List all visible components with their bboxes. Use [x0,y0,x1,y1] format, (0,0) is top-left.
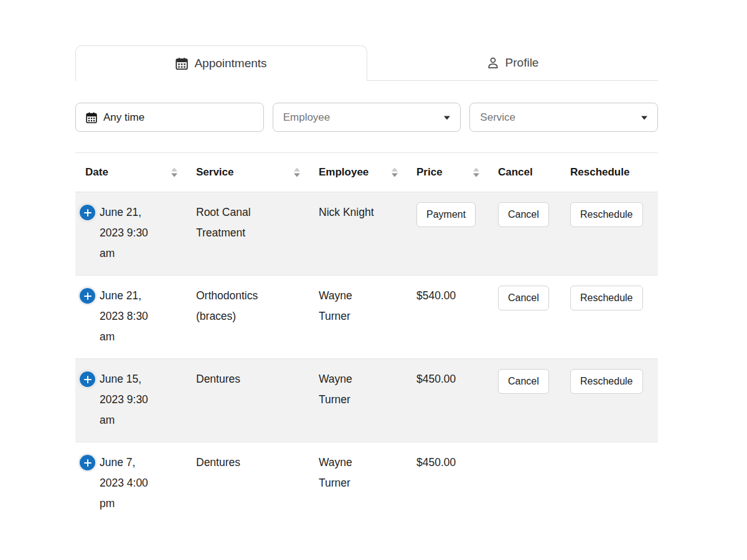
expand-row-button[interactable] [80,371,95,387]
sort-arrows-icon [473,168,479,177]
caret-down-icon [641,116,647,119]
expand-row-button[interactable] [80,455,95,470]
person-icon [487,57,499,69]
appointment-date: June 15, 2023 9:30 am [100,369,159,431]
caret-down-icon [444,116,450,119]
employee-select-placeholder: Employee [283,111,331,124]
appointment-date: June 21, 2023 8:30 am [100,286,159,347]
tab-bar: Appointments Profile [75,45,658,81]
appointment-service: Root Canal Treatment [196,202,266,243]
column-header-employee[interactable]: Employee [309,153,406,192]
table-row: June 21, 2023 9:30 am Root Canal Treatme… [75,192,658,276]
appointment-date: June 21, 2023 9:30 am [100,202,159,264]
appointment-service: Dentures [196,452,240,473]
reschedule-button[interactable]: Reschedule [570,202,643,227]
appointment-service: Orthodontics (braces) [196,286,266,327]
column-header-service[interactable]: Service [186,153,309,192]
tab-appointments[interactable]: Appointments [75,45,367,81]
expand-row-button[interactable] [80,288,95,304]
tab-appointments-label: Appointments [194,57,266,70]
table-header-row: Date Service Employee Price Cancel [75,153,658,192]
expand-row-button[interactable] [80,205,95,220]
employee-select[interactable]: Employee [273,103,461,132]
tab-profile[interactable]: Profile [367,45,658,81]
service-select-placeholder: Service [480,111,515,124]
service-select[interactable]: Service [469,103,658,132]
table-row: June 21, 2023 8:30 am Orthodontics (brac… [75,276,658,359]
appointment-price: $540.00 [416,289,456,302]
table-row: June 15, 2023 9:30 am Dentures Wayne Tur… [75,359,658,442]
appointments-table: Date Service Employee Price Cancel [75,152,658,525]
filter-bar: Any time Employee Service [75,103,658,132]
tab-profile-label: Profile [505,56,539,70]
appointment-employee: Wayne Turner [319,286,379,327]
appointment-date: June 7, 2023 4:00 pm [100,452,159,514]
sort-arrows-icon [171,168,177,177]
column-header-reschedule: Reschedule [560,153,658,192]
column-header-date[interactable]: Date [75,153,186,192]
time-filter-button[interactable]: Any time [75,103,264,132]
sort-arrows-icon [392,168,398,177]
appointment-employee: Wayne Turner [319,369,379,410]
cancel-button[interactable]: Cancel [498,202,549,227]
appointments-panel: Appointments Profile [75,45,658,525]
cancel-button[interactable]: Cancel [498,369,549,394]
calendar-icon [86,112,97,123]
payment-button[interactable]: Payment [416,202,476,227]
sort-arrows-icon [294,168,300,177]
time-filter-value: Any time [103,111,144,124]
column-header-cancel: Cancel [488,153,560,192]
appointment-employee: Nick Knight [319,202,374,223]
appointment-service: Dentures [196,369,240,390]
cancel-button[interactable]: Cancel [498,286,549,310]
column-header-price[interactable]: Price [406,153,488,192]
appointment-price: $450.00 [416,456,456,469]
appointment-price: $450.00 [416,373,456,385]
calendar-icon [176,57,188,70]
table-row: June 7, 2023 4:00 pm Dentures Wayne Turn… [75,442,658,526]
appointment-employee: Wayne Turner [319,452,379,493]
reschedule-button[interactable]: Reschedule [570,286,643,310]
reschedule-button[interactable]: Reschedule [570,369,643,394]
